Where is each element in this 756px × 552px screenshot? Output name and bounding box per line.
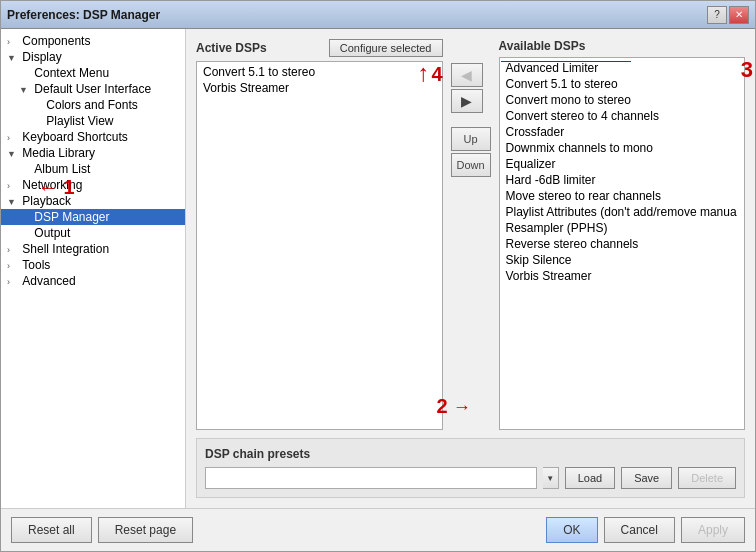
available-dsps-panel: Available DSPs Advanced Limiter Convert … bbox=[499, 39, 746, 430]
sidebar-item-components[interactable]: › Components bbox=[1, 33, 185, 49]
sidebar-item-keyboard-shortcuts[interactable]: › Keyboard Shortcuts bbox=[1, 129, 185, 145]
available-dsp-equalizer[interactable]: Equalizer bbox=[502, 156, 743, 172]
sidebar-item-output[interactable]: Output bbox=[1, 225, 185, 241]
expand-icon: ▼ bbox=[7, 197, 19, 207]
sidebar-item-album-list[interactable]: Album List bbox=[1, 161, 185, 177]
sidebar-item-shell-integration[interactable]: › Shell Integration bbox=[1, 241, 185, 257]
available-dsp-conv4ch[interactable]: Convert stereo to 4 channels bbox=[502, 108, 743, 124]
active-dsps-list[interactable]: Convert 5.1 to stereo Vorbis Streamer bbox=[196, 61, 443, 430]
sidebar-item-dsp-manager[interactable]: DSP Manager bbox=[1, 209, 185, 225]
preferences-window: Preferences: DSP Manager ? ✕ › Component… bbox=[0, 0, 756, 552]
sidebar: › Components ▼ Display Context Menu ▼ De… bbox=[1, 29, 186, 508]
sidebar-item-media-library[interactable]: ▼ Media Library bbox=[1, 145, 185, 161]
available-dsp-vorbis-streamer[interactable]: Vorbis Streamer bbox=[502, 268, 743, 284]
content-area: › Components ▼ Display Context Menu ▼ De… bbox=[1, 29, 755, 508]
preset-input[interactable] bbox=[205, 467, 537, 489]
move-right-button[interactable]: ▶ bbox=[451, 89, 483, 113]
preset-dropdown-button[interactable]: ▼ bbox=[543, 467, 559, 489]
arrow-controls: ◀ ▶ Up Down bbox=[451, 39, 491, 430]
available-dsp-conv51[interactable]: Convert 5.1 to stereo bbox=[502, 76, 743, 92]
available-dsp-crossfader[interactable]: Crossfader bbox=[502, 124, 743, 140]
move-down-button[interactable]: Down bbox=[451, 153, 491, 177]
expand-icon: ▼ bbox=[7, 53, 19, 63]
available-dsp-downmix[interactable]: Downmix channels to mono bbox=[502, 140, 743, 156]
available-dsp-movestereo[interactable]: Move stereo to rear channels bbox=[502, 188, 743, 204]
active-dsps-label: Active DSPs bbox=[196, 41, 267, 55]
cancel-button[interactable]: Cancel bbox=[604, 517, 675, 543]
available-dsp-convmono[interactable]: Convert mono to stereo bbox=[502, 92, 743, 108]
dsp-chain-section: DSP chain presets ▼ Load Save Delete bbox=[196, 438, 745, 498]
bottom-bar: Reset all Reset page OK Cancel Apply bbox=[1, 508, 755, 551]
reset-page-button[interactable]: Reset page bbox=[98, 517, 193, 543]
load-button[interactable]: Load bbox=[565, 467, 615, 489]
sidebar-item-default-ui[interactable]: ▼ Default User Interface bbox=[1, 81, 185, 97]
close-button[interactable]: ✕ bbox=[729, 6, 749, 24]
delete-button[interactable]: Delete bbox=[678, 467, 736, 489]
expand-icon: ▼ bbox=[19, 85, 31, 95]
active-dsps-panel: Active DSPs Configure selected Convert 5… bbox=[196, 39, 443, 430]
expand-icon: › bbox=[7, 37, 19, 47]
save-button[interactable]: Save bbox=[621, 467, 672, 489]
available-dsps-header: Available DSPs bbox=[499, 39, 746, 53]
available-dsp-playlist-attr[interactable]: Playlist Attributes (don't add/remove ma… bbox=[502, 204, 743, 220]
active-dsps-header: Active DSPs Configure selected bbox=[196, 39, 443, 57]
dsp-chain-row: ▼ Load Save Delete bbox=[205, 467, 736, 489]
sidebar-item-tools[interactable]: › Tools bbox=[1, 257, 185, 273]
available-dsp-hard6db[interactable]: Hard -6dB limiter bbox=[502, 172, 743, 188]
apply-button[interactable]: Apply bbox=[681, 517, 745, 543]
title-bar: Preferences: DSP Manager ? ✕ bbox=[1, 1, 755, 29]
available-dsp-skip-silence[interactable]: Skip Silence bbox=[502, 252, 743, 268]
sidebar-item-advanced[interactable]: › Advanced bbox=[1, 273, 185, 289]
main-panel: ← 1 Active DSPs Configure selected Conve… bbox=[186, 29, 755, 508]
dsp-chain-label: DSP chain presets bbox=[205, 447, 736, 461]
sidebar-item-playback[interactable]: ▼ Playback bbox=[1, 193, 185, 209]
available-dsps-list[interactable]: Advanced Limiter Convert 5.1 to stereo C… bbox=[499, 57, 746, 430]
available-dsp-reverse-stereo[interactable]: Reverse stereo channels bbox=[502, 236, 743, 252]
sidebar-item-playlist-view[interactable]: Playlist View bbox=[1, 113, 185, 129]
expand-icon: ▼ bbox=[7, 149, 19, 159]
configure-selected-button[interactable]: Configure selected bbox=[329, 39, 443, 57]
sidebar-item-context-menu[interactable]: Context Menu bbox=[1, 65, 185, 81]
reset-all-button[interactable]: Reset all bbox=[11, 517, 92, 543]
move-up-button[interactable]: Up bbox=[451, 127, 491, 151]
available-dsp-adv-limiter[interactable]: Advanced Limiter bbox=[502, 60, 743, 76]
available-dsps-label: Available DSPs bbox=[499, 39, 586, 53]
ok-button[interactable]: OK bbox=[546, 517, 597, 543]
active-dsp-item-vorbis[interactable]: Vorbis Streamer bbox=[199, 80, 440, 96]
dsp-section: Active DSPs Configure selected Convert 5… bbox=[196, 39, 745, 430]
sidebar-item-networking[interactable]: › Networking bbox=[1, 177, 185, 193]
bottom-left-buttons: Reset all Reset page bbox=[11, 517, 193, 543]
bottom-right-buttons: OK Cancel Apply bbox=[546, 517, 745, 543]
window-title: Preferences: DSP Manager bbox=[7, 8, 160, 22]
sidebar-item-colors-fonts[interactable]: Colors and Fonts bbox=[1, 97, 185, 113]
sidebar-item-display[interactable]: ▼ Display bbox=[1, 49, 185, 65]
title-controls: ? ✕ bbox=[707, 6, 749, 24]
active-dsp-item-convert51[interactable]: Convert 5.1 to stereo bbox=[199, 64, 440, 80]
help-button[interactable]: ? bbox=[707, 6, 727, 24]
move-left-button[interactable]: ◀ bbox=[451, 63, 483, 87]
available-dsp-resampler[interactable]: Resampler (PPHS) bbox=[502, 220, 743, 236]
